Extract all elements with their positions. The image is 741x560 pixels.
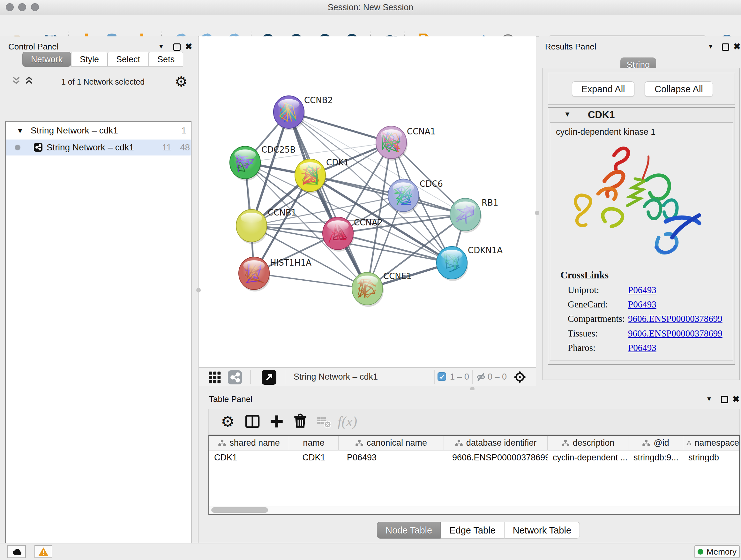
- graph-node-CCNB1[interactable]: [236, 209, 268, 244]
- network-status-dot-icon: [15, 145, 20, 150]
- column-header-canonical-name[interactable]: canonical name: [339, 436, 444, 450]
- crosslink-label: GeneCard:: [568, 299, 608, 310]
- column-header-id[interactable]: @id: [628, 436, 683, 450]
- graph-edge-CCNE1-HIST1H1A[interactable]: [254, 273, 367, 289]
- graph-node-HIST1H1A[interactable]: [239, 257, 270, 292]
- grid-view-button[interactable]: [208, 370, 222, 384]
- network-label: String Network – cdk1: [47, 142, 134, 152]
- graph-node-label-CCNA2: CCNA2: [354, 218, 383, 227]
- tab-select[interactable]: Select: [108, 52, 149, 67]
- network-options-gear-icon[interactable]: ⚙: [175, 75, 187, 89]
- graph-node-RB1[interactable]: [450, 198, 482, 233]
- gene-description: cyclin-dependent kinase 1: [556, 127, 656, 137]
- expand-all-button[interactable]: Expand All: [572, 81, 634, 97]
- horizontal-scrollbar[interactable]: [209, 506, 739, 514]
- cell-namespace[interactable]: stringdb: [683, 450, 739, 464]
- string-view-button[interactable]: [228, 370, 242, 384]
- string-network-icon: [34, 143, 43, 152]
- tab-edge-table[interactable]: Edge Table: [441, 522, 504, 539]
- network-row-selected[interactable]: String Network – cdk1 11 48: [6, 139, 191, 155]
- column-header-name[interactable]: name: [289, 436, 339, 450]
- table-panel-float-icon[interactable]: [721, 396, 728, 403]
- cell-canonical-name[interactable]: P06493: [339, 450, 444, 464]
- table-panel-menu-icon[interactable]: ▼: [706, 395, 712, 402]
- window-titlebar: Session: New Session: [0, 0, 741, 15]
- column-header-namespace[interactable]: namespace: [683, 436, 739, 450]
- table-toolbar: ⚙ f(x): [208, 409, 740, 435]
- expand-all-networks-button[interactable]: [23, 75, 35, 87]
- selected-checkbox[interactable]: [437, 372, 446, 381]
- hierarchy-icon: [642, 439, 650, 447]
- cell-id[interactable]: stringdb:9...: [628, 450, 683, 464]
- collapse-all-networks-button[interactable]: [11, 75, 22, 87]
- control-panel-float-icon[interactable]: [173, 44, 181, 51]
- crosslink-link-uniprot[interactable]: P06493: [628, 285, 657, 295]
- memory-button[interactable]: Memory: [694, 545, 740, 558]
- warning-status-button[interactable]: [35, 545, 52, 558]
- graph-node-CDC25B[interactable]: [230, 146, 261, 181]
- open-in-browser-button[interactable]: [262, 370, 276, 385]
- double-chevron-up-icon: [23, 75, 35, 86]
- cell-database-identifier[interactable]: 9606.ENSP00000378699: [444, 450, 548, 464]
- crosslink-label: Uniprot:: [568, 285, 599, 295]
- graph-node-CCNE1[interactable]: [352, 272, 384, 307]
- graph-node-CCNA1[interactable]: [376, 126, 408, 161]
- results-panel-float-icon[interactable]: [722, 44, 729, 51]
- tab-node-table[interactable]: Node Table: [377, 522, 441, 539]
- delete-column-button[interactable]: [292, 414, 308, 429]
- crosslink-link-compartments[interactable]: 9606.ENSP00000378699: [628, 314, 723, 324]
- column-header-database-identifier[interactable]: database identifier: [444, 436, 548, 450]
- control-panel-menu-icon[interactable]: ▼: [158, 43, 164, 50]
- cell-name[interactable]: CDK1: [289, 450, 339, 464]
- cell-description[interactable]: cyclin-dependent ...: [548, 450, 628, 464]
- column-header-shared-name[interactable]: shared name: [209, 436, 289, 450]
- hidden-count: 0 – 0: [488, 372, 507, 382]
- tab-style[interactable]: Style: [71, 52, 108, 67]
- table-panel: Table Panel ▼ ✖ ⚙ f(x) shared name name …: [203, 390, 741, 543]
- graph-node-CDK1[interactable]: [295, 159, 327, 193]
- memory-label: Memory: [706, 547, 737, 557]
- cell-shared-name[interactable]: CDK1: [209, 450, 289, 464]
- crosslink-link-tissues[interactable]: 9606.ENSP00000378699: [628, 328, 723, 339]
- results-panel: Results Panel ▼ ✖ String Expand All Coll…: [539, 37, 741, 390]
- graph-node-label-CDC6: CDC6: [420, 179, 443, 189]
- crosslink-label: Tissues:: [568, 328, 598, 339]
- create-column-button[interactable]: [269, 414, 285, 429]
- table-tabs: Node TableEdge TableNetwork Table: [377, 522, 580, 539]
- collection-expand-icon[interactable]: ▼: [17, 127, 23, 135]
- control-panel-close-icon[interactable]: ✖: [185, 44, 192, 50]
- network-collection-row[interactable]: ▼ String Network – cdk1 1: [6, 123, 191, 139]
- results-panel-menu-icon[interactable]: ▼: [708, 43, 714, 50]
- delete-table-button[interactable]: [316, 414, 332, 429]
- left-divider-handle[interactable]: [196, 288, 201, 293]
- scrollbar-thumb[interactable]: [211, 507, 268, 513]
- tab-network[interactable]: Network: [22, 52, 71, 67]
- gene-section-toggle-icon[interactable]: ▼: [564, 110, 571, 118]
- crosslink-link-pharos[interactable]: P06493: [628, 343, 657, 353]
- graph-node-label-CDC25B: CDC25B: [261, 145, 295, 154]
- cloud-status-button[interactable]: [7, 545, 26, 558]
- network-graph[interactable]: CCNB2CCNA1CDC25BCDK1CDC6RB1CCNB1CCNA2CDK…: [203, 38, 534, 368]
- tab-network-table[interactable]: Network Table: [504, 522, 580, 539]
- tab-sets[interactable]: Sets: [149, 52, 183, 67]
- status-bar: Memory: [0, 543, 741, 560]
- graph-node-CDKN1A[interactable]: [436, 246, 468, 281]
- graph-node-CCNA2[interactable]: [323, 217, 354, 252]
- show-columns-button[interactable]: [245, 414, 260, 429]
- table-options-gear-icon[interactable]: ⚙: [221, 414, 237, 430]
- collapse-all-button[interactable]: Collapse All: [645, 81, 713, 97]
- expand-collapse-box: Expand All Collapse All: [548, 73, 735, 105]
- right-divider-handle[interactable]: [535, 211, 539, 215]
- results-panel-close-icon[interactable]: ✖: [733, 44, 741, 50]
- protein-structure-image: [566, 141, 713, 266]
- table-panel-close-icon[interactable]: ✖: [732, 396, 740, 402]
- table-header-row: shared name name canonical name database…: [209, 436, 739, 450]
- gene-details: cyclin-dependent kinase 1: [550, 122, 733, 361]
- function-builder-button[interactable]: f(x): [338, 414, 357, 430]
- fit-selected-button[interactable]: [513, 370, 527, 384]
- crosslink-link-genecard[interactable]: P06493: [628, 299, 657, 310]
- hierarchy-icon: [561, 439, 569, 447]
- double-chevron-down-icon: [11, 75, 22, 86]
- table-row[interactable]: CDK1 CDK1 P06493 9606.ENSP00000378699 cy…: [209, 450, 739, 464]
- column-header-description[interactable]: description: [548, 436, 628, 450]
